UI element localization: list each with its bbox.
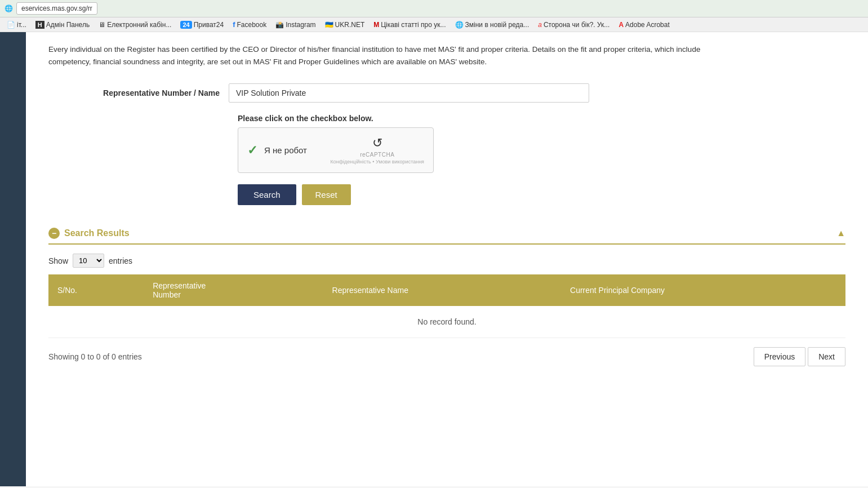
bookmark-icon: 🖥 xyxy=(99,21,105,29)
table-footer: Showing 0 to 0 of 0 entries Previous Nex… xyxy=(48,347,845,366)
captcha-checkmark-icon: ✓ xyxy=(247,143,257,158)
previous-button[interactable]: Previous xyxy=(754,347,805,366)
facebook-icon: f xyxy=(233,20,235,29)
col-principal-company: Current Principal Company xyxy=(561,274,845,306)
bookmark-icon: 📄 xyxy=(7,21,15,29)
bookmark-admin[interactable]: H Адмін Панель xyxy=(32,20,93,30)
bookmark-ukrnet[interactable]: 🇺🇦 UKR.NET xyxy=(322,20,368,30)
bookmark-articles[interactable]: M Цікаві статті про ук... xyxy=(370,20,449,30)
col-sno: S/No. xyxy=(48,274,144,306)
captcha-right: ↺ reCAPTCHA Конфіденційність • Умови вик… xyxy=(330,136,424,165)
results-header: − Search Results ▲ xyxy=(48,228,845,245)
globe-icon: 🌐 xyxy=(5,5,13,12)
pagination: Previous Next xyxy=(754,347,845,366)
entries-select[interactable]: 10 25 50 100 xyxy=(73,254,104,268)
recaptcha-logo-icon: ↺ xyxy=(372,136,382,150)
bookmarks-bar: 📄 іт... H Адмін Панель 🖥 Електронний каб… xyxy=(0,17,868,32)
bookmark-facebook[interactable]: f Facebook xyxy=(229,19,270,30)
bookmark-it[interactable]: 📄 іт... xyxy=(3,20,30,30)
search-results-section: − Search Results ▲ Show 10 25 50 100 ent… xyxy=(48,228,845,366)
recaptcha-brand-text: reCAPTCHA xyxy=(360,152,394,158)
results-title-row: − Search Results xyxy=(48,228,130,239)
col-rep-number: RepresentativeNumber xyxy=(144,274,323,306)
url-bar[interactable]: eservices.mas.gov.sg/rr xyxy=(16,2,97,15)
address-text: eservices.mas.gov.sg/rr xyxy=(21,5,92,12)
captcha-checkbox-label: Я не робот xyxy=(264,145,307,155)
table-header-row: S/No. RepresentativeNumber Representativ… xyxy=(48,274,845,306)
rep-number-input[interactable] xyxy=(229,83,589,103)
results-table: S/No. RepresentativeNumber Representativ… xyxy=(48,274,845,338)
bookmark-cabinet[interactable]: 🖥 Електронний кабін... xyxy=(95,20,175,30)
bookmark-side[interactable]: a Сторона чи бік?. Ук... xyxy=(535,20,613,30)
search-form: Representative Number / Name Please clic… xyxy=(82,83,589,205)
entries-label: entries xyxy=(109,256,132,265)
bookmark-changes[interactable]: 🌐 Зміни в новій реда... xyxy=(452,20,533,30)
captcha-privacy-links: Конфіденційність • Умови використання xyxy=(330,159,424,165)
bookmark-acrobat[interactable]: A Adobe Acrobat xyxy=(615,20,673,30)
articles-icon: M xyxy=(373,21,379,29)
rep-number-row: Representative Number / Name xyxy=(82,83,589,103)
browser-address-bar: 🌐 eservices.mas.gov.sg/rr xyxy=(0,0,868,17)
up-arrow-icon[interactable]: ▲ xyxy=(836,228,845,238)
show-entries-row: Show 10 25 50 100 entries xyxy=(48,254,845,268)
rep-number-label: Representative Number / Name xyxy=(82,88,229,97)
changes-icon: 🌐 xyxy=(455,21,464,29)
side-icon: a xyxy=(538,21,542,29)
table-row: No record found. xyxy=(48,306,845,338)
acrobat-icon: A xyxy=(618,21,624,29)
col-rep-name: Representative Name xyxy=(323,274,561,306)
bookmark-icon: 24 xyxy=(180,21,192,29)
bookmark-icon: H xyxy=(35,21,44,29)
captcha-left: ✓ Я не робот xyxy=(247,143,307,158)
next-button[interactable]: Next xyxy=(808,347,845,366)
collapse-icon[interactable]: − xyxy=(48,228,60,239)
left-sidebar xyxy=(0,32,26,486)
button-row: Search Reset xyxy=(238,184,589,205)
no-record-cell: No record found. xyxy=(48,306,845,338)
showing-text: Showing 0 to 0 of 0 entries xyxy=(48,352,142,361)
show-label: Show xyxy=(48,256,68,265)
captcha-section: Please click on the checkbox below. ✓ Я … xyxy=(238,114,589,173)
captcha-instruction: Please click on the checkbox below. xyxy=(238,114,589,123)
captcha-box[interactable]: ✓ Я не робот ↺ reCAPTCHA Конфіденційніст… xyxy=(238,127,434,173)
ukrnet-icon: 🇺🇦 xyxy=(325,21,333,29)
results-title: Search Results xyxy=(64,228,130,238)
instagram-icon: 📸 xyxy=(275,21,284,29)
bookmark-instagram[interactable]: 📸 Instagram xyxy=(272,20,319,30)
reset-button[interactable]: Reset xyxy=(302,184,351,205)
main-content: Every individual on the Register has bee… xyxy=(26,32,868,486)
description-text: Every individual on the Register has bee… xyxy=(48,43,724,68)
bookmark-privat24[interactable]: 24 Приват24 xyxy=(177,20,227,30)
search-button[interactable]: Search xyxy=(238,184,296,205)
